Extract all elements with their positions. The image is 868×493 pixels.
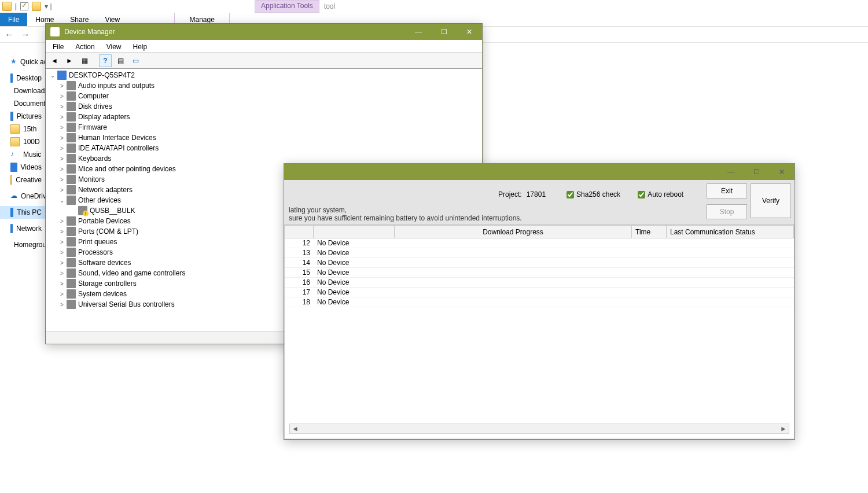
- menu-help[interactable]: Help: [128, 42, 152, 52]
- tree-node[interactable]: >Display adapters: [46, 112, 482, 122]
- expander-icon[interactable]: >: [57, 301, 67, 308]
- sidebar-item[interactable]: Homegroup: [0, 238, 45, 251]
- close-button[interactable]: ✕: [769, 164, 795, 180]
- expander-icon[interactable]: >: [57, 124, 67, 131]
- expander-icon[interactable]: >: [57, 93, 67, 100]
- maximize-button[interactable]: ☐: [744, 164, 769, 180]
- expander-icon[interactable]: >: [57, 270, 67, 277]
- minimize-button[interactable]: —: [718, 164, 744, 180]
- device-icon: [67, 289, 76, 299]
- scroll-left-icon[interactable]: ◄: [290, 425, 300, 433]
- tree-node[interactable]: >IDE ATA/ATAPI controllers: [46, 143, 482, 153]
- grid-row[interactable]: 16No Device: [285, 278, 794, 288]
- toolbar-fwd-icon[interactable]: ►: [63, 54, 76, 67]
- sidebar-item[interactable]: 15th: [0, 123, 45, 135]
- cell-device: No Device: [314, 259, 395, 267]
- col-time[interactable]: Time: [632, 226, 667, 238]
- toolbar-help-icon[interactable]: ?: [99, 54, 112, 67]
- tree-node-label: Print queues: [78, 238, 117, 246]
- tree-node[interactable]: ⌄DESKTOP-Q5SP4T2: [46, 70, 482, 80]
- grid-row[interactable]: 12No Device: [285, 238, 794, 248]
- verify-button[interactable]: Verify: [751, 183, 791, 218]
- toolbar-scan-icon[interactable]: ▭: [129, 54, 142, 67]
- nav-back-icon[interactable]: ←: [5, 30, 14, 40]
- expander-icon[interactable]: >: [57, 239, 67, 245]
- flash-titlebar[interactable]: — ☐ ✕: [284, 164, 795, 180]
- autoreboot-checkbox[interactable]: Auto reboot: [638, 190, 683, 198]
- expander-icon[interactable]: >: [57, 156, 67, 162]
- expander-icon[interactable]: >: [57, 229, 67, 235]
- expander-icon[interactable]: >: [57, 249, 67, 256]
- menu-view[interactable]: View: [102, 42, 126, 52]
- expander-icon[interactable]: ⌄: [57, 197, 67, 204]
- devmgr-titlebar[interactable]: Device Manager — ☐ ✕: [46, 24, 482, 40]
- tree-node-label: System devices: [78, 290, 127, 298]
- sidebar-item[interactable]: ☁OneDrive: [0, 190, 45, 203]
- sidebar-item[interactable]: Videos: [0, 161, 45, 174]
- col-index[interactable]: [285, 226, 314, 238]
- toolbar-properties-icon[interactable]: ▤: [114, 54, 127, 67]
- tree-node[interactable]: >Computer: [46, 91, 482, 101]
- sha256-checkbox[interactable]: Sha256 check: [567, 190, 620, 198]
- col-device[interactable]: [314, 226, 395, 238]
- expander-icon[interactable]: >: [57, 218, 67, 225]
- grid-row[interactable]: 15No Device: [285, 268, 794, 278]
- sidebar-item[interactable]: 100D: [0, 135, 45, 148]
- ribbon-file[interactable]: File: [0, 13, 27, 26]
- menu-file[interactable]: File: [48, 42, 68, 52]
- autoreboot-check-input[interactable]: [638, 191, 645, 198]
- expander-icon[interactable]: >: [57, 187, 67, 193]
- sidebar-item[interactable]: Downloads: [0, 84, 45, 97]
- qat-overflow[interactable]: ▾ |: [45, 2, 52, 10]
- expander-icon[interactable]: >: [57, 176, 67, 183]
- sha256-check-input[interactable]: [567, 191, 574, 198]
- tree-node[interactable]: >Human Interface Devices: [46, 133, 482, 143]
- sidebar-item[interactable]: Network: [0, 222, 45, 235]
- tree-node[interactable]: >Keyboards: [46, 153, 482, 164]
- stop-button[interactable]: Stop: [707, 204, 747, 219]
- sidebar-item-label: Network: [16, 225, 42, 233]
- col-last-status[interactable]: Last Communication Status: [667, 226, 794, 238]
- expander-icon[interactable]: >: [57, 281, 67, 287]
- expander-icon[interactable]: >: [57, 291, 67, 297]
- tree-node[interactable]: >Disk drives: [46, 101, 482, 112]
- menu-action[interactable]: Action: [71, 42, 99, 52]
- col-progress[interactable]: Download Progress: [395, 226, 632, 238]
- grid-row[interactable]: 18No Device: [285, 297, 794, 307]
- qat-checkbox-icon[interactable]: [20, 2, 28, 10]
- expander-icon[interactable]: >: [57, 135, 67, 141]
- flash-note-line2: sure you have sufficient remaining batte…: [289, 214, 522, 222]
- sidebar-item[interactable]: Creative: [0, 174, 45, 186]
- device-icon: [67, 154, 76, 163]
- expander-icon[interactable]: >: [57, 260, 67, 266]
- expander-icon[interactable]: >: [57, 145, 67, 152]
- expander-icon[interactable]: ⌄: [48, 72, 57, 79]
- sidebar-item[interactable]: Desktop: [0, 72, 45, 84]
- grid-row[interactable]: 17No Device: [285, 288, 794, 297]
- scroll-right-icon[interactable]: ►: [778, 425, 789, 433]
- sidebar-item[interactable]: ♪Music: [0, 148, 45, 161]
- maximize-button[interactable]: ☐: [431, 24, 457, 40]
- grid-row[interactable]: 14No Device: [285, 258, 794, 268]
- application-tools-tab[interactable]: Application Tools: [255, 0, 319, 13]
- minimize-button[interactable]: —: [406, 24, 431, 40]
- toolbar-showhide-icon[interactable]: ▦: [78, 54, 91, 67]
- expander-icon[interactable]: >: [57, 166, 67, 172]
- expander-icon[interactable]: >: [57, 114, 67, 120]
- nav-fwd-icon[interactable]: →: [21, 30, 30, 40]
- grid-hscrollbar[interactable]: ◄ ►: [289, 424, 789, 434]
- sidebar-item[interactable]: ★Quick access: [0, 56, 45, 68]
- sidebar-item[interactable]: Documents: [0, 97, 45, 110]
- sidebar-item[interactable]: This PC: [0, 206, 45, 219]
- exit-button[interactable]: Exit: [707, 183, 747, 198]
- toolbar-back-icon[interactable]: ◄: [48, 54, 61, 67]
- expander-icon[interactable]: >: [57, 104, 67, 110]
- tree-node[interactable]: >Firmware: [46, 122, 482, 133]
- close-button[interactable]: ✕: [457, 24, 482, 40]
- tree-node[interactable]: >Audio inputs and outputs: [46, 80, 482, 91]
- tree-node-label: Display adapters: [78, 113, 130, 121]
- expander-icon[interactable]: >: [57, 83, 67, 89]
- sidebar-item[interactable]: Pictures: [0, 110, 45, 123]
- grid-row[interactable]: 13No Device: [285, 248, 794, 258]
- cell-device: No Device: [314, 278, 395, 286]
